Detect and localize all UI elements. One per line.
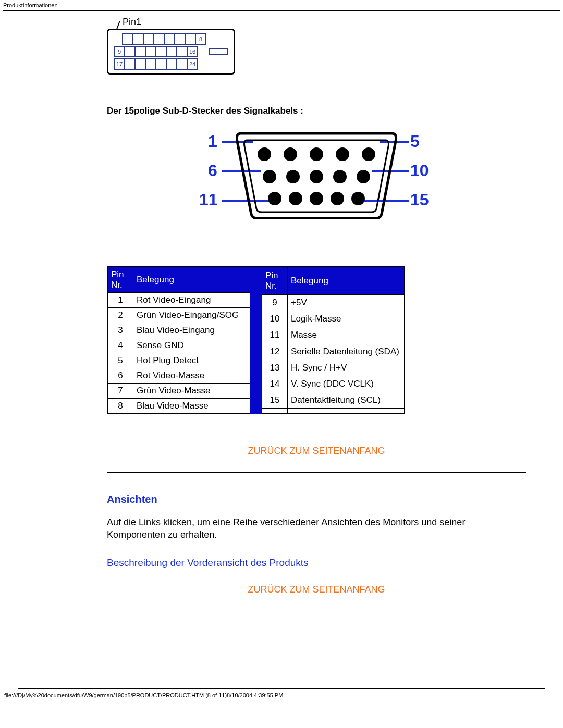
table-row: 1Rot Video-Eingang — [108, 293, 250, 308]
table-row: 5Hot Plug Detect — [108, 353, 250, 368]
table-row — [262, 409, 405, 414]
dvi-blade-slot — [209, 48, 228, 55]
svg-point-1 — [284, 147, 297, 161]
svg-point-10 — [268, 192, 282, 205]
svg-point-2 — [310, 147, 323, 161]
vga-label-15: 15 — [410, 190, 429, 209]
svg-point-14 — [351, 192, 365, 205]
views-heading: Ansichten — [107, 493, 526, 505]
table-row: 15Datentaktleitung (SCL) — [262, 392, 405, 409]
svg-point-7 — [310, 170, 323, 183]
svg-point-4 — [362, 147, 375, 161]
dvi-pin-24: 24 — [187, 58, 198, 70]
table-row: 9+5V — [262, 294, 405, 311]
svg-point-3 — [336, 147, 349, 161]
svg-point-5 — [263, 170, 276, 183]
pin-table-right: Pin Nr. Belegung 9+5V 10Logik-Masse 11Ma… — [262, 267, 405, 414]
pin-table-left: Pin Nr. Belegung 1Rot Video-Eingang 2Grü… — [107, 267, 250, 414]
table-row: 7Grün Video-Masse — [108, 384, 250, 399]
col-pin-nr: Pin Nr. — [262, 267, 288, 295]
front-view-link[interactable]: Beschreibung der Vorderansicht des Produ… — [107, 557, 526, 569]
divider — [107, 472, 526, 473]
vga-label-6: 6 — [208, 161, 217, 180]
pin-assignment-table: Pin Nr. Belegung 1Rot Video-Eingang 2Grü… — [107, 266, 405, 414]
vga-label-10: 10 — [410, 161, 429, 180]
dvi-pin-16: 16 — [187, 46, 198, 57]
back-to-top-link[interactable]: ZURÜCK ZUM SEITENANFANG — [107, 584, 526, 595]
dvi-pin-8: 8 — [195, 33, 206, 45]
page-header-text: Produktinformationen — [0, 0, 563, 10]
dvi-connector-diagram: Pin1 8 9 16 — [107, 11, 526, 75]
svg-point-0 — [258, 147, 271, 161]
table-separator — [250, 267, 262, 414]
table-row: 14V. Sync (DDC VCLK) — [262, 376, 405, 392]
vga-label-11: 11 — [199, 190, 218, 209]
col-belegung: Belegung — [133, 267, 250, 293]
col-belegung: Belegung — [288, 267, 405, 295]
vga-label-5: 5 — [410, 132, 420, 151]
table-row: 3Blau Video-Eingang — [108, 323, 250, 338]
table-row: 10Logik-Masse — [262, 311, 405, 327]
table-row: 11Masse — [262, 327, 405, 343]
col-pin-nr: Pin Nr. — [108, 267, 133, 293]
page-footer-path: file:///D|/My%20documents/dfu/W9/german/… — [0, 689, 563, 704]
table-row: 2Grün Video-Eingang/SOG — [108, 308, 250, 323]
back-to-top-link[interactable]: ZURÜCK ZUM SEITENANFANG — [107, 446, 526, 456]
svg-point-13 — [331, 192, 344, 205]
views-body-text: Auf die Links klicken, um eine Reihe ver… — [107, 516, 526, 541]
svg-point-9 — [357, 170, 370, 183]
page-frame: Pin1 8 9 16 — [18, 11, 545, 689]
dvi-pin-9: 9 — [114, 46, 125, 57]
vga-connector-diagram: 1 6 11 5 10 15 — [181, 126, 452, 230]
svg-point-8 — [333, 170, 347, 183]
svg-point-11 — [289, 192, 302, 205]
dvi-pin1-label: Pin1 — [123, 17, 526, 28]
table-row: 13H. Sync / H+V — [262, 360, 405, 376]
sub-d-heading: Der 15polige Sub-D-Stecker des Signalkab… — [107, 106, 526, 116]
vga-label-1: 1 — [208, 132, 217, 151]
table-row: 12Serielle Datenleitung (SDA) — [262, 343, 405, 360]
table-row: 8Blau Video-Masse — [108, 399, 250, 414]
table-row: 4Sense GND — [108, 338, 250, 353]
svg-point-6 — [286, 170, 300, 183]
svg-point-12 — [310, 192, 323, 205]
dvi-pin-17: 17 — [114, 58, 125, 70]
table-row: 6Rot Video-Masse — [108, 368, 250, 384]
